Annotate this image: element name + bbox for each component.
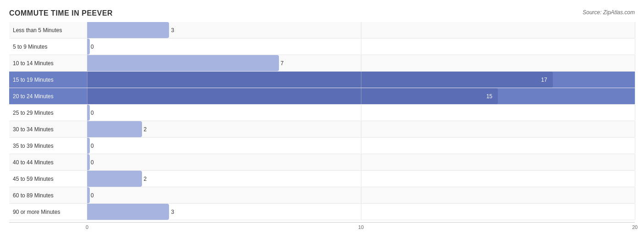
chart-header: COMMUTE TIME IN PEEVER Source: ZipAtlas.… (9, 9, 635, 17)
bar-area: 17 (87, 72, 635, 88)
bar-label: 35 to 39 Minutes (9, 143, 87, 149)
bar-row: 20 to 24 Minutes15 (9, 88, 635, 105)
bar-row: 90 or more Minutes3 (9, 204, 635, 220)
grid-line (635, 171, 635, 187)
x-axis-labels: 01020 (87, 223, 635, 232)
grid-line (361, 154, 361, 170)
grid-line (361, 22, 361, 38)
bar-label: 10 to 14 Minutes (9, 60, 87, 67)
bar-row: 30 to 34 Minutes2 (9, 121, 635, 138)
x-tick-label: 10 (358, 224, 364, 230)
grid-line (635, 55, 635, 71)
chart-body: Less than 5 Minutes35 to 9 Minutes010 to… (9, 22, 635, 220)
grid-line (361, 138, 361, 154)
bar-area: 0 (87, 39, 635, 55)
bar-area: 2 (87, 121, 635, 137)
bar-label: 20 to 24 Minutes (9, 93, 87, 100)
bar-value: 0 (91, 143, 94, 149)
grid-line (361, 204, 361, 220)
bar-value: 15 (486, 93, 495, 100)
bar-row: Less than 5 Minutes3 (9, 22, 635, 39)
bar-fill (87, 171, 142, 187)
chart-source: Source: ZipAtlas.com (583, 9, 635, 16)
grid-line (635, 138, 635, 154)
grid-line (635, 39, 635, 55)
bar-row: 45 to 59 Minutes2 (9, 171, 635, 187)
bar-area: 7 (87, 55, 635, 71)
bar-area: 15 (87, 88, 635, 104)
grid-line (635, 105, 635, 121)
bar-label: 60 to 89 Minutes (9, 192, 87, 199)
bar-fill (87, 121, 142, 137)
bar-fill (87, 55, 279, 71)
bar-value: 0 (91, 159, 94, 166)
bar-row: 10 to 14 Minutes7 (9, 55, 635, 72)
bar-label: Less than 5 Minutes (9, 27, 87, 33)
grid-line (635, 88, 635, 104)
grid-line (361, 39, 361, 55)
grid-line (635, 204, 635, 220)
bar-value: 2 (144, 176, 147, 182)
bar-fill: 15 (87, 88, 498, 104)
bar-row: 60 to 89 Minutes0 (9, 187, 635, 204)
bar-row: 25 to 29 Minutes0 (9, 105, 635, 121)
bar-area: 0 (87, 105, 635, 121)
bar-fill (87, 39, 90, 55)
bar-fill (87, 187, 90, 203)
grid-line (635, 121, 635, 137)
bar-row: 15 to 19 Minutes17 (9, 72, 635, 88)
bar-value: 3 (171, 27, 174, 33)
bar-row: 5 to 9 Minutes0 (9, 39, 635, 55)
bar-fill (87, 22, 169, 38)
bar-value: 3 (171, 209, 174, 215)
bar-area: 3 (87, 204, 635, 220)
bar-fill: 17 (87, 72, 553, 88)
bar-area: 2 (87, 171, 635, 187)
bar-area: 0 (87, 154, 635, 170)
bar-row: 40 to 44 Minutes0 (9, 154, 635, 171)
grid-line (635, 187, 635, 203)
bar-label: 40 to 44 Minutes (9, 159, 87, 166)
bar-value: 0 (91, 110, 94, 116)
grid-line (635, 22, 635, 38)
bar-fill (87, 154, 90, 170)
chart-container: COMMUTE TIME IN PEEVER Source: ZipAtlas.… (9, 9, 635, 231)
grid-line (361, 121, 361, 137)
grid-line (361, 187, 361, 203)
bar-fill (87, 105, 90, 121)
bar-label: 25 to 29 Minutes (9, 110, 87, 116)
grid-line (361, 171, 361, 187)
bar-value: 7 (281, 60, 284, 67)
x-tick-label: 20 (632, 224, 638, 230)
grid-line (635, 72, 635, 88)
grid-line (635, 154, 635, 170)
bar-label: 90 or more Minutes (9, 209, 87, 215)
bar-value: 0 (91, 192, 94, 199)
bar-label: 5 to 9 Minutes (9, 44, 87, 50)
bar-value: 2 (144, 126, 147, 133)
bar-fill (87, 138, 90, 154)
bar-area: 0 (87, 138, 635, 154)
grid-line (361, 55, 361, 71)
bar-area: 3 (87, 22, 635, 38)
bar-label: 30 to 34 Minutes (9, 126, 87, 133)
chart-title: COMMUTE TIME IN PEEVER (9, 9, 113, 17)
bar-area: 0 (87, 187, 635, 203)
x-axis: 01020 (9, 222, 635, 232)
x-tick-label: 0 (86, 224, 88, 230)
bar-row: 35 to 39 Minutes0 (9, 138, 635, 154)
bar-fill (87, 204, 169, 220)
bar-value: 17 (541, 77, 550, 83)
bar-value: 0 (91, 44, 94, 50)
bar-label: 15 to 19 Minutes (9, 77, 87, 83)
bar-label: 45 to 59 Minutes (9, 176, 87, 182)
grid-line (361, 105, 361, 121)
